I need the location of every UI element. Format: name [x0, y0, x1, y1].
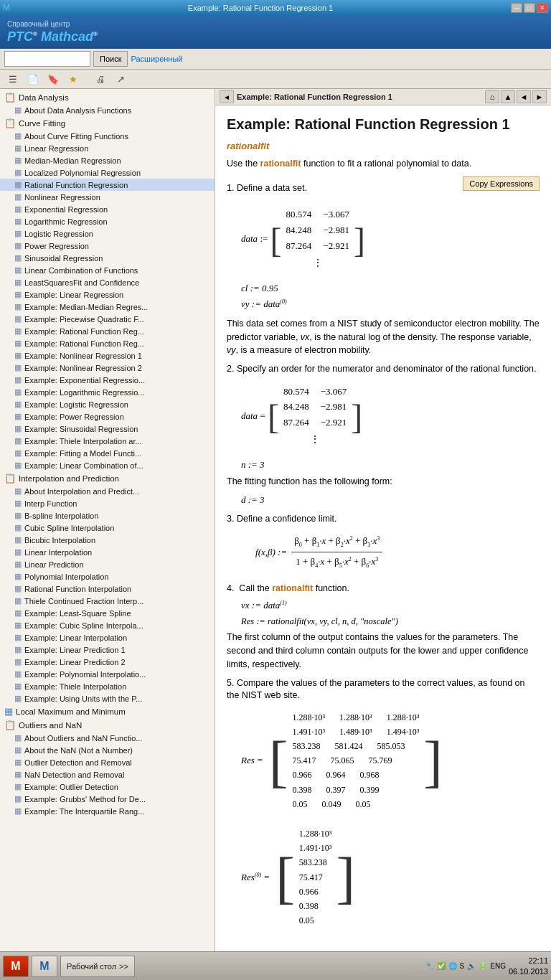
- ex-grubbs-label: Example: Grubbs' Method for De...: [24, 795, 146, 804]
- sidebar-item-about-cf[interactable]: ▦ About Curve Fitting Functions: [0, 130, 215, 142]
- sidebar-item-outlier-detect[interactable]: ▦ Outlier Detection and Removal: [0, 756, 215, 768]
- m2-row-3: 87.264 −2.921: [283, 415, 347, 430]
- about-cf-label: About Curve Fitting Functions: [24, 132, 128, 141]
- sidebar-item-linear-pred[interactable]: ▦ Linear Prediction: [0, 558, 215, 570]
- sidebar-item-thiele[interactable]: ▦ Thiele Continued Fraction Interp...: [0, 595, 215, 607]
- sidebar-item-nan-detect[interactable]: ▦ NaN Detection and Removal: [0, 768, 215, 781]
- toolbar-star-icon[interactable]: ★: [65, 71, 82, 87]
- minimize-btn[interactable]: ─: [511, 3, 522, 13]
- sidebar-item-localized-regression[interactable]: ▦ Localized Polynomial Regression: [0, 166, 215, 179]
- sidebar-item-ex-rational-2[interactable]: ▦ Example: Rational Function Reg...: [0, 337, 215, 349]
- nav-prev-btn[interactable]: ◄: [517, 90, 531, 103]
- copy-expressions-btn[interactable]: Copy Expressions: [463, 176, 540, 191]
- nav-back-btn[interactable]: ◄: [220, 90, 234, 103]
- sidebar-item-ex-cs[interactable]: ▦ Example: Cubic Spline Interpola...: [0, 619, 215, 631]
- nav-next-btn[interactable]: ►: [532, 90, 547, 103]
- m1r2c2: −2.981: [323, 223, 349, 238]
- sidebar-item-ex-units[interactable]: ▦ Example: Using Units with the P...: [0, 692, 215, 705]
- advanced-search-link[interactable]: Расширенный: [131, 55, 182, 63]
- sidebar-item-ex-linear-reg[interactable]: ▦ Example: Linear Regression: [0, 288, 215, 301]
- sidebar-item-interp-fn[interactable]: ▦ Interp Function: [0, 497, 215, 509]
- sidebar-item-poly-interp[interactable]: ▦ Polynomial Interpolation: [0, 570, 215, 583]
- sidebar-item-ex-piecewise[interactable]: ▦ Example: Piecewise Quadratic F...: [0, 313, 215, 325]
- res-assign: Res := rationalfit(vx, vy, cl, n, d, "no…: [241, 616, 540, 628]
- sidebar-item-ex-thiele[interactable]: ▦ Example: Thiele Interpolation ar...: [0, 435, 215, 447]
- sidebar-item-ex-exponential[interactable]: ▦ Example: Exponential Regressio...: [0, 374, 215, 386]
- sidebar-item-ex-logistic[interactable]: ▦ Example: Logistic Regression: [0, 398, 215, 410]
- sidebar-item-ex-nonlinear-1[interactable]: ▦ Example: Nonlinear Regression 1: [0, 349, 215, 362]
- sidebar-item-ex-lss[interactable]: ▦ Example: Least-Square Spline: [0, 607, 215, 619]
- sidebar-item-ex-lp1[interactable]: ▦ Example: Linear Prediction 1: [0, 644, 215, 656]
- sidebar-item-bspline[interactable]: ▦ B-spline Interpolation: [0, 509, 215, 522]
- sidebar-item-bicubic[interactable]: ▦ Bicubic Interpolation: [0, 534, 215, 546]
- maximize-btn[interactable]: □: [524, 3, 535, 13]
- sidebar-group-data-analysis[interactable]: 📋 Data Analysis: [0, 90, 215, 104]
- sidebar-item-ex-median-reg[interactable]: ▦ Example: Median-Median Regres...: [0, 301, 215, 313]
- sidebar-item-ex-nonlinear-2[interactable]: ▦ Example: Nonlinear Regression 2: [0, 362, 215, 374]
- sidebar-item-about-outliers[interactable]: ▦ About Outliers and NaN Functio...: [0, 732, 215, 744]
- sidebar-item-ex-lp2[interactable]: ▦ Example: Linear Prediction 2: [0, 656, 215, 668]
- sidebar-item-logarithmic-regression[interactable]: ▦ Logarithmic Regression: [0, 215, 215, 227]
- tray-icon-3: 🌐: [448, 962, 457, 970]
- nav-up-btn[interactable]: ▲: [501, 90, 515, 103]
- sidebar-item-ex-thiele2[interactable]: ▦ Example: Thiele Interpolation: [0, 680, 215, 692]
- sidebar-item-ex-fitting[interactable]: ▦ Example: Fitting a Model Functi...: [0, 447, 215, 459]
- sidebar-item-lsf[interactable]: ▦ LeastSquaresFit and Confidence: [0, 276, 215, 288]
- search-input[interactable]: [4, 51, 90, 67]
- sidebar-item-linear-combination[interactable]: ▦ Linear Combination of Functions: [0, 264, 215, 276]
- step2-label: 2. Specify an order for the numerator an…: [227, 363, 540, 376]
- sidebar-item-ex-iqr[interactable]: ▦ Example: The Interquartile Rang...: [0, 805, 215, 817]
- sidebar-item-ex-sinusoidal[interactable]: ▦ Example: Sinusoidal Regression: [0, 423, 215, 435]
- rational-reg-icon: ▦: [14, 180, 22, 189]
- taskbar-app1-btn[interactable]: M: [3, 956, 29, 977]
- nav-home-btn[interactable]: ⌂: [485, 90, 499, 103]
- sidebar-item-logistic-regression[interactable]: ▦ Logistic Regression: [0, 227, 215, 240]
- toolbar-share-icon[interactable]: ↗: [112, 71, 129, 87]
- sidebar-item-ex-grubbs[interactable]: ▦ Example: Grubbs' Method for De...: [0, 793, 215, 805]
- sidebar-item-ex-outlier[interactable]: ▦ Example: Outlier Detection: [0, 781, 215, 793]
- close-btn[interactable]: ✕: [537, 3, 548, 13]
- sidebar-group-interpolation[interactable]: 📋 Interpolation and Prediction: [0, 471, 215, 485]
- toolbar-bookmark-icon[interactable]: 🔖: [44, 71, 62, 87]
- toolbar-print-icon[interactable]: 🖨: [92, 71, 109, 87]
- sidebar-item-ex-li[interactable]: ▦ Example: Linear Interpolation: [0, 631, 215, 644]
- sidebar-group-local-max[interactable]: ▦ Local Maximum and Minimum: [0, 705, 215, 718]
- bspline-label: B-spline Interpolation: [24, 512, 98, 520]
- taskbar-app2-btn[interactable]: M: [32, 956, 57, 977]
- sidebar-item-rational-regression[interactable]: ▦ Rational Function Regression: [0, 179, 215, 191]
- search-button[interactable]: Поиск: [93, 51, 128, 67]
- sidebar-item-ex-power[interactable]: ▦ Example: Power Regression: [0, 410, 215, 423]
- sidebar-item-exponential-regression[interactable]: ▦ Exponential Regression: [0, 203, 215, 215]
- r3c3: 585.053: [377, 740, 405, 753]
- ex-cs-label: Example: Cubic Spline Interpola...: [24, 621, 143, 630]
- outliers-group-icon: 📋: [4, 720, 16, 730]
- exp-reg-label: Exponential Regression: [24, 205, 108, 214]
- r0-row-5: 0.966: [299, 885, 332, 899]
- sidebar-item-linear-regression[interactable]: ▦ Linear Regression: [0, 142, 215, 154]
- sidebar-item-about-data-analysis[interactable]: ▦ About Data Analysis Functions: [0, 104, 215, 116]
- sidebar-item-rational-interp[interactable]: ▦ Rational Function Interpolation: [0, 583, 215, 595]
- sidebar-item-nonlinear-regression[interactable]: ▦ Nonlinear Regression: [0, 191, 215, 203]
- sidebar-item-ex-pi[interactable]: ▦ Example: Polynomial Interpolatio...: [0, 668, 215, 680]
- sidebar-group-outliers[interactable]: 📋 Outliers and NaN: [0, 718, 215, 732]
- sidebar-item-median-regression[interactable]: ▦ Median-Median Regression: [0, 154, 215, 166]
- r0r2: 1.491·10³: [299, 842, 332, 855]
- toolbar-list-icon[interactable]: ☰: [4, 71, 22, 87]
- sidebar-item-ex-log[interactable]: ▦ Example: Logarithmic Regressio...: [0, 386, 215, 398]
- denominator: 1 + β4·x + β5·x2 + β6·x3: [293, 553, 381, 572]
- ex-lc-icon: ▦: [14, 461, 22, 470]
- sidebar-item-linear-interp[interactable]: ▦ Linear Interpolation: [0, 546, 215, 558]
- sidebar-item-cubic-spline[interactable]: ▦ Cubic Spline Interpolation: [0, 522, 215, 534]
- r5c3: 0.968: [359, 768, 379, 782]
- sidebar-group-curve-fitting[interactable]: 📋 Curve Fitting: [0, 116, 215, 130]
- sidebar-item-about-interp[interactable]: ▦ About Interpolation and Predict...: [0, 485, 215, 497]
- sidebar-item-ex-lc[interactable]: ▦ Example: Linear Combination of...: [0, 459, 215, 471]
- taskbar-desktop-btn[interactable]: Рабочий стол >>: [60, 956, 135, 977]
- sidebar-item-sinusoidal-regression[interactable]: ▦ Sinusoidal Regression: [0, 252, 215, 264]
- sidebar-item-power-regression[interactable]: ▦ Power Regression: [0, 240, 215, 252]
- sidebar-item-ex-rational-1[interactable]: ▦ Example: Rational Function Reg...: [0, 325, 215, 337]
- about-out-label: About Outliers and NaN Functio...: [24, 734, 142, 743]
- sidebar-item-about-nan[interactable]: ▦ About the NaN (Not a Number): [0, 744, 215, 756]
- toolbar-page-icon[interactable]: 📄: [24, 71, 42, 87]
- res0-bracket-open: [: [276, 860, 295, 895]
